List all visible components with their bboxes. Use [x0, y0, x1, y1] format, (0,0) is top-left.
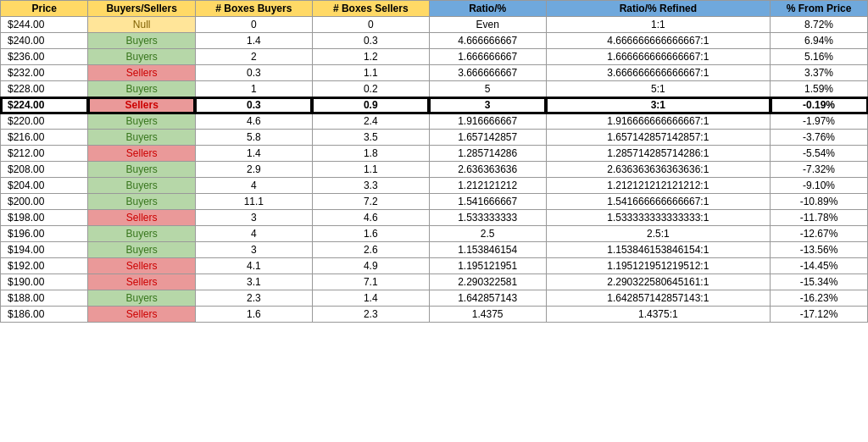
- boxes-sellers-cell: 1.6: [312, 226, 429, 242]
- boxes-buyers-cell: 3.1: [195, 274, 312, 290]
- price-cell: $228.00: [1, 81, 88, 97]
- from-price-cell: 5.16%: [771, 49, 868, 65]
- ratio-refined-cell: 1.541666666666667:1: [546, 194, 770, 210]
- buyers-sellers-cell: Buyers: [88, 130, 195, 146]
- from-price-cell: -16.23%: [771, 290, 868, 307]
- from-price-cell: -11.78%: [771, 210, 868, 226]
- ratio-cell: 1.642857143: [429, 290, 546, 307]
- from-price-cell: -0.19%: [771, 97, 868, 113]
- boxes-sellers-cell: 3.3: [312, 178, 429, 194]
- header-from-price: % From Price: [771, 1, 868, 17]
- buyers-sellers-cell: Buyers: [88, 162, 195, 178]
- price-cell: $188.00: [1, 290, 88, 307]
- boxes-buyers-cell: 1.4: [195, 146, 312, 162]
- from-price-cell: -9.10%: [771, 178, 868, 194]
- price-cell: $224.00: [1, 97, 88, 113]
- ratio-cell: 5: [429, 81, 546, 97]
- main-container: Price Buyers/Sellers # Boxes Buyers # Bo…: [0, 0, 868, 323]
- boxes-buyers-cell: 11.1: [195, 194, 312, 210]
- ratio-cell: 1.212121212: [429, 178, 546, 194]
- ratio-refined-cell: 3:1: [546, 97, 770, 113]
- price-cell: $186.00: [1, 307, 88, 323]
- from-price-cell: 3.37%: [771, 65, 868, 81]
- ratio-refined-cell: 1.4375:1: [546, 307, 770, 323]
- boxes-sellers-cell: 0.9: [312, 97, 429, 113]
- buyers-sellers-cell: Sellers: [88, 210, 195, 226]
- ratio-cell: 1.153846154: [429, 242, 546, 258]
- ratio-cell: 4.666666667: [429, 33, 546, 49]
- from-price-cell: -13.56%: [771, 242, 868, 258]
- ratio-refined-cell: 3.666666666666667:1: [546, 65, 770, 81]
- boxes-sellers-cell: 2.6: [312, 242, 429, 258]
- ratio-cell: 1.916666667: [429, 113, 546, 130]
- buyers-sellers-cell: Sellers: [88, 97, 195, 113]
- header-buyers-sellers: Buyers/Sellers: [88, 1, 195, 17]
- boxes-sellers-cell: 2.4: [312, 113, 429, 130]
- buyers-sellers-cell: Buyers: [88, 194, 195, 210]
- boxes-buyers-cell: 1: [195, 81, 312, 97]
- ratio-cell: 2.290322581: [429, 274, 546, 290]
- header-boxes-sellers: # Boxes Sellers: [312, 1, 429, 17]
- header-price: Price: [1, 1, 88, 17]
- from-price-cell: -3.76%: [771, 130, 868, 146]
- boxes-sellers-cell: 2.3: [312, 307, 429, 323]
- boxes-sellers-cell: 0.3: [312, 33, 429, 49]
- ratio-refined-cell: 5:1: [546, 81, 770, 97]
- buyers-sellers-cell: Buyers: [88, 113, 195, 130]
- price-cell: $232.00: [1, 65, 88, 81]
- price-cell: $220.00: [1, 113, 88, 130]
- price-cell: $198.00: [1, 210, 88, 226]
- boxes-buyers-cell: 4: [195, 226, 312, 242]
- price-cell: $194.00: [1, 242, 88, 258]
- price-cell: $190.00: [1, 274, 88, 290]
- boxes-sellers-cell: 0: [312, 17, 429, 33]
- boxes-buyers-cell: 2.3: [195, 290, 312, 307]
- boxes-buyers-cell: 4.6: [195, 113, 312, 130]
- from-price-cell: 8.72%: [771, 17, 868, 33]
- ratio-refined-cell: 2.5:1: [546, 226, 770, 242]
- ratio-cell: 1.666666667: [429, 49, 546, 65]
- ratio-refined-cell: 2.636363636363636:1: [546, 162, 770, 178]
- header-ratio: Ratio/%: [429, 1, 546, 17]
- from-price-cell: -7.32%: [771, 162, 868, 178]
- from-price-cell: -10.89%: [771, 194, 868, 210]
- buyers-sellers-cell: Buyers: [88, 81, 195, 97]
- ratio-cell: 2.636363636: [429, 162, 546, 178]
- ratio-refined-cell: 1.212121212121212:1: [546, 178, 770, 194]
- ratio-refined-cell: 1.642857142857143:1: [546, 290, 770, 307]
- boxes-buyers-cell: 4: [195, 178, 312, 194]
- ratio-cell: 2.5: [429, 226, 546, 242]
- boxes-sellers-cell: 1.4: [312, 290, 429, 307]
- buyers-sellers-cell: Buyers: [88, 33, 195, 49]
- price-cell: $240.00: [1, 33, 88, 49]
- ratio-cell: 1.4375: [429, 307, 546, 323]
- ratio-refined-cell: 1.916666666666667:1: [546, 113, 770, 130]
- ratio-cell: 1.541666667: [429, 194, 546, 210]
- from-price-cell: -5.54%: [771, 146, 868, 162]
- boxes-buyers-cell: 5.8: [195, 130, 312, 146]
- boxes-buyers-cell: 1.4: [195, 33, 312, 49]
- boxes-sellers-cell: 7.2: [312, 194, 429, 210]
- ratio-refined-cell: 2.290322580645161:1: [546, 274, 770, 290]
- boxes-buyers-cell: 3: [195, 242, 312, 258]
- from-price-cell: -12.67%: [771, 226, 868, 242]
- ratio-refined-cell: 1.657142857142857:1: [546, 130, 770, 146]
- buyers-sellers-cell: Sellers: [88, 274, 195, 290]
- from-price-cell: 1.59%: [771, 81, 868, 97]
- boxes-buyers-cell: 2.9: [195, 162, 312, 178]
- ratio-refined-cell: 1.153846153846154:1: [546, 242, 770, 258]
- ratio-refined-cell: 4.666666666666667:1: [546, 33, 770, 49]
- buyers-sellers-cell: Buyers: [88, 178, 195, 194]
- boxes-buyers-cell: 1.6: [195, 307, 312, 323]
- from-price-cell: -15.34%: [771, 274, 868, 290]
- buyers-sellers-cell: Sellers: [88, 146, 195, 162]
- boxes-sellers-cell: 7.1: [312, 274, 429, 290]
- price-cell: $200.00: [1, 194, 88, 210]
- price-table: Price Buyers/Sellers # Boxes Buyers # Bo…: [0, 0, 868, 323]
- price-cell: $236.00: [1, 49, 88, 65]
- header-ratio-refined: Ratio/% Refined: [546, 1, 770, 17]
- ratio-cell: 3: [429, 97, 546, 113]
- from-price-cell: -14.45%: [771, 258, 868, 274]
- buyers-sellers-cell: Null: [88, 17, 195, 33]
- price-cell: $192.00: [1, 258, 88, 274]
